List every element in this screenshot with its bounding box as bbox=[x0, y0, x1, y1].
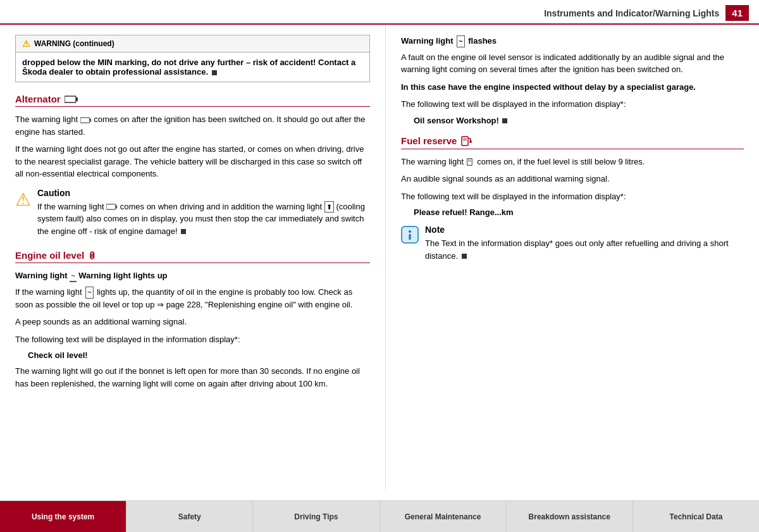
svg-rect-4 bbox=[106, 204, 116, 209]
footer-nav-general-maintenance[interactable]: General Maintenance bbox=[380, 501, 507, 532]
svg-rect-13 bbox=[468, 159, 471, 162]
warning-triangle-icon: ⚠ bbox=[22, 39, 30, 49]
alternator-title: Alternator bbox=[15, 94, 61, 104]
note-content: Note The Text in the information display… bbox=[425, 225, 744, 267]
footer-nav-using-system[interactable]: Using the system bbox=[0, 501, 126, 532]
engine-oil-title: Engine oil level bbox=[15, 250, 84, 261]
svg-rect-16 bbox=[409, 234, 411, 240]
warning-box-title: WARNING (continued) bbox=[34, 39, 114, 48]
footer-nav-safety[interactable]: Safety bbox=[126, 501, 253, 532]
svg-rect-3 bbox=[89, 118, 90, 121]
svg-rect-2 bbox=[80, 117, 90, 122]
alternator-section: Alternator The warning light comes on af… bbox=[15, 94, 370, 242]
fuel-reserve-section: Fuel reserve The warning light comes on,… bbox=[401, 135, 744, 268]
footer-nav-technical-data[interactable]: Technical Data bbox=[633, 501, 759, 532]
footer-nav-technical-data-label: Technical Data bbox=[670, 512, 723, 521]
footer-nav-safety-label: Safety bbox=[178, 512, 201, 521]
svg-point-15 bbox=[409, 230, 411, 233]
caution-body: If the warning light comes on when drivi… bbox=[37, 201, 370, 238]
warning-light-flashes-section: Warning light ~ flashes A fault on the e… bbox=[401, 35, 744, 125]
note-icon bbox=[401, 226, 419, 247]
fuel-reserve-heading: Fuel reserve bbox=[401, 135, 744, 149]
please-refuel-text: Please refuel! Range...km bbox=[401, 207, 744, 217]
oil-lights-up-para1: If the warning light ~ lights up, the qu… bbox=[15, 286, 370, 311]
engine-oil-heading: Engine oil level 🛢 bbox=[15, 250, 370, 263]
fuel-icon bbox=[460, 135, 472, 147]
alternator-para2: If the warning light does not go out aft… bbox=[15, 143, 370, 180]
stop-square-oil bbox=[502, 118, 507, 123]
warning-light-lights-up-heading: Warning light ~ Warning light lights up bbox=[15, 269, 370, 282]
footer-nav-driving-tips-label: Driving Tips bbox=[294, 512, 338, 521]
oil-icon-inline2: ~ bbox=[457, 35, 464, 47]
warning-box: ⚠ WARNING (continued) dropped below the … bbox=[15, 35, 370, 82]
flashes-para2-bold: In this case have the engine inspected w… bbox=[401, 81, 744, 94]
note-body: The Text in the information display* goe… bbox=[425, 237, 744, 262]
note-title: Note bbox=[425, 225, 744, 235]
fuel-inline-icon bbox=[466, 158, 475, 166]
fuel-reserve-title: Fuel reserve bbox=[401, 135, 457, 146]
footer-nav: Using the system Safety Driving Tips Gen… bbox=[0, 500, 759, 532]
flashes-para3: The following text will be displayed in … bbox=[401, 98, 744, 111]
footer-nav-using-system-label: Using the system bbox=[32, 512, 94, 521]
caution-content: Caution If the warning light comes on wh… bbox=[37, 188, 370, 243]
page-number: 41 bbox=[725, 5, 749, 21]
svg-point-11 bbox=[469, 140, 472, 143]
fuel-reserve-para1: The warning light comes on, if the fuel … bbox=[401, 156, 744, 168]
oil-sensor-workshop-text: Oil sensor Workshop! bbox=[401, 116, 744, 125]
note-box: Note The Text in the information display… bbox=[401, 225, 744, 267]
right-column: Warning light ~ flashes A fault on the e… bbox=[386, 25, 759, 490]
footer-nav-breakdown-assistance[interactable]: Breakdown assistance bbox=[507, 501, 633, 532]
fuel-reserve-para3: The following text will be displayed in … bbox=[401, 190, 744, 203]
footer-nav-general-maintenance-label: General Maintenance bbox=[405, 512, 481, 521]
warning-box-header: ⚠ WARNING (continued) bbox=[16, 35, 369, 53]
page-header: Instruments and Indicator/Warning Lights… bbox=[0, 0, 759, 25]
flashes-para1: A fault on the engine oil level sensor i… bbox=[401, 51, 744, 76]
engine-oil-section: Engine oil level 🛢 Warning light ~ Warni… bbox=[15, 250, 370, 390]
caution-box: ⚠ Caution If the warning light comes on … bbox=[15, 188, 370, 243]
footer-nav-driving-tips[interactable]: Driving Tips bbox=[253, 501, 379, 532]
svg-rect-8 bbox=[463, 138, 467, 141]
footer-nav-breakdown-assistance-label: Breakdown assistance bbox=[529, 512, 610, 521]
left-column: ⚠ WARNING (continued) dropped below the … bbox=[0, 25, 386, 490]
oil-lights-up-para2: A peep sounds as an additional warning s… bbox=[15, 316, 370, 328]
info-circle-icon bbox=[401, 226, 419, 244]
oil-lights-up-para4: The warning light will go out if the bon… bbox=[15, 365, 370, 390]
battery-icon bbox=[65, 95, 78, 104]
svg-rect-5 bbox=[116, 206, 117, 209]
warning-box-text: dropped below the MIN marking, do not dr… bbox=[22, 58, 355, 77]
stop-square-caution bbox=[181, 229, 186, 234]
stop-square-icon bbox=[212, 70, 217, 75]
oil-lights-up-para3: The following text will be displayed in … bbox=[15, 333, 370, 346]
alternator-para1: The warning light comes on after the ign… bbox=[15, 113, 370, 138]
warning-box-body: dropped below the MIN marking, do not dr… bbox=[16, 53, 369, 82]
caution-title: Caution bbox=[37, 188, 370, 198]
warning-light-flashes-heading: Warning light ~ flashes bbox=[401, 35, 744, 47]
main-content: ⚠ WARNING (continued) dropped below the … bbox=[0, 25, 759, 490]
caution-icon: ⚠ bbox=[15, 189, 31, 210]
header-title: Instruments and Indicator/Warning Lights bbox=[10, 8, 725, 18]
stop-square-note bbox=[462, 254, 467, 259]
oil-can-icon: 🛢 bbox=[88, 251, 106, 261]
svg-rect-1 bbox=[76, 97, 78, 101]
battery-caution-icon bbox=[106, 203, 118, 211]
fuel-reserve-para2: An audible signal sounds as an additiona… bbox=[401, 173, 744, 185]
svg-rect-0 bbox=[65, 96, 76, 102]
alternator-heading: Alternator bbox=[15, 94, 370, 107]
check-oil-level-text: Check oil level! bbox=[15, 350, 370, 360]
oil-icon-inline1: ~ bbox=[85, 287, 93, 299]
svg-text:🛢: 🛢 bbox=[88, 251, 96, 261]
battery-inline-icon bbox=[80, 116, 92, 124]
